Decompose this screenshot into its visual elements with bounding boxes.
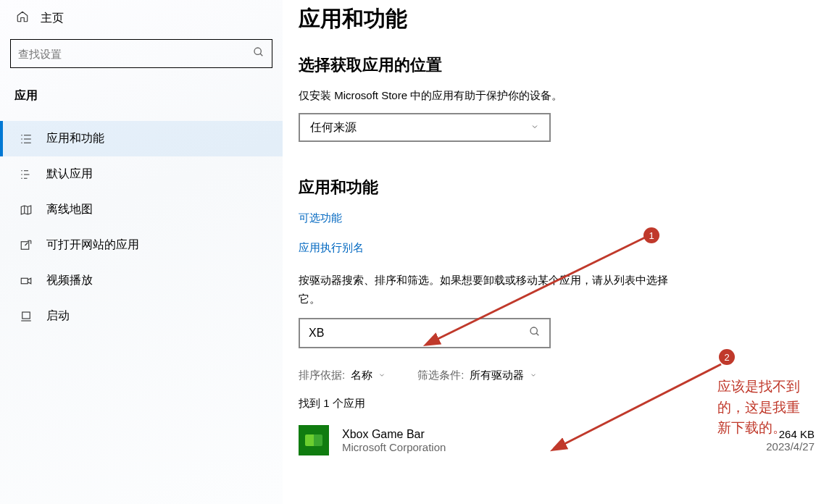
video-icon [19,274,33,288]
app-list-item[interactable]: Xbox Game Bar Microsoft Corporation 264 … [299,425,815,455]
search-icon [529,326,541,340]
svg-rect-2 [21,278,28,284]
nav-label: 视频播放 [46,273,93,288]
chevron-down-icon [530,122,539,133]
search-instructions: 按驱动器搜索、排序和筛选。如果想要卸载或移动某个应用，请从列表中选择它。 [299,271,675,308]
app-meta: Xbox Game Bar Microsoft Corporation [342,428,753,453]
nav-video-playback[interactable]: 视频播放 [0,263,283,298]
settings-search-input[interactable] [18,48,253,60]
nav-apps-features[interactable]: 应用和功能 [0,121,283,156]
open-with-icon [19,238,33,253]
app-search-box[interactable] [299,318,551,348]
svg-point-4 [530,327,537,334]
annotation-marker-2: 2 [719,349,735,365]
map-icon [19,203,33,217]
apps-section-title: 应用和功能 [299,177,815,198]
sort-filter-row: 排序依据: 名称 筛选条件: 所有驱动器 [299,369,815,382]
app-source-select[interactable]: 任何来源 [299,113,551,142]
apps-list-icon [19,132,33,146]
svg-rect-3 [22,312,30,319]
nav-label: 应用和功能 [46,131,104,146]
filter-value: 所有驱动器 [470,369,524,382]
sort-label: 排序依据: [299,369,345,382]
svg-point-0 [254,48,261,54]
home-nav[interactable]: 主页 [0,6,283,39]
xbox-gamebar-icon [299,425,329,455]
settings-search[interactable] [10,39,272,68]
main-content: 应用和功能 选择获取应用的位置 仅安装 Microsoft Store 中的应用… [283,0,829,504]
nav-default-apps[interactable]: 默认应用 [0,156,283,192]
sort-by-control[interactable]: 排序依据: 名称 [299,369,386,382]
nav-offline-maps[interactable]: 离线地图 [0,192,283,227]
source-description: 仅安装 Microsoft Store 中的应用有助于保护你的设备。 [299,89,815,103]
app-source-value: 任何来源 [310,120,357,135]
optional-features-link[interactable]: 可选功能 [299,211,342,225]
app-search-input[interactable] [309,327,529,340]
nav-label: 可打开网站的应用 [46,238,139,253]
nav-startup[interactable]: 启动 [0,298,283,334]
app-right-meta: 264 KB 2023/4/27 [766,428,815,453]
app-publisher: Microsoft Corporation [342,441,753,453]
chevron-down-icon [378,371,386,381]
filter-label: 筛选条件: [417,369,464,382]
page-title: 应用和功能 [299,4,815,34]
app-size: 264 KB [766,428,815,440]
source-section-title: 选择获取应用的位置 [299,54,815,76]
nav-label: 启动 [46,308,70,324]
home-icon [16,10,29,26]
chevron-down-icon [530,371,537,381]
default-apps-icon [19,167,33,182]
filter-by-control[interactable]: 筛选条件: 所有驱动器 [417,369,537,382]
sidebar-section-title: 应用 [0,84,283,121]
app-alias-link[interactable]: 应用执行别名 [299,241,364,255]
found-count: 找到 1 个应用 [299,397,815,411]
nav-apps-for-websites[interactable]: 可打开网站的应用 [0,227,283,263]
settings-sidebar: 主页 应用 应用和功能 默认应用 离线地图 [0,0,283,504]
sort-value: 名称 [351,369,372,382]
app-date: 2023/4/27 [766,440,815,453]
startup-icon [19,309,33,324]
search-icon [253,46,264,61]
nav-label: 离线地图 [46,202,93,217]
annotation-marker-1: 1 [643,227,659,243]
nav-label: 默认应用 [46,167,93,182]
app-name: Xbox Game Bar [342,428,753,441]
home-label: 主页 [41,11,64,26]
